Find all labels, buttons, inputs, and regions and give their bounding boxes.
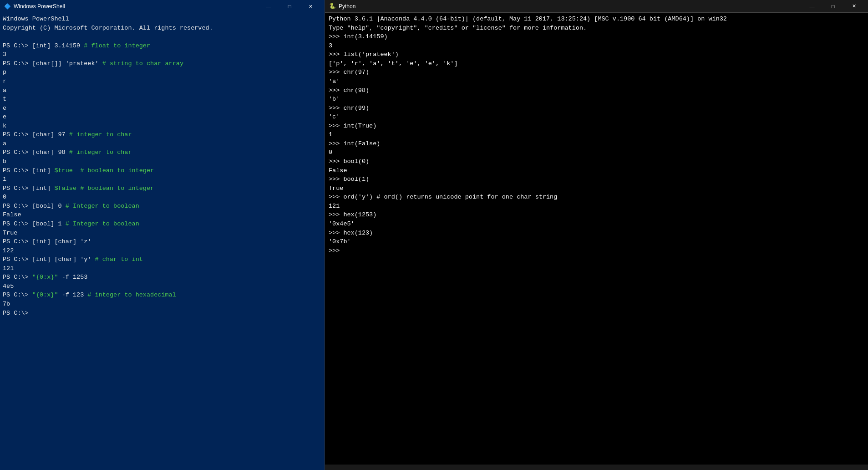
ps-cmd-9: PS C:\> [int] [char] 'z' [3, 237, 322, 246]
ps-cmd-12: PS C:\> "{0:x}" -f 123 # integer to hexa… [3, 291, 322, 300]
app-window: 🔷 Windows PowerShell — □ ✕ Windows Power… [0, 0, 868, 470]
ps-out-3: a [3, 139, 322, 148]
ps-out-9: 122 [3, 246, 322, 255]
ps-out-a: a [3, 86, 322, 95]
ps-cmd-4: PS C:\> [char] 98 # integer to char [3, 148, 322, 157]
ps-out-11: 4e5 [3, 282, 322, 291]
py-out-10: 121 [329, 202, 864, 211]
py-cmd-8: >>> bool(0) [329, 157, 864, 166]
ps-prompt-last: PS C:\> [3, 309, 322, 318]
python-panel: 🐍 Python — □ ✕ Python 3.6.1 |Anaconda 4.… [325, 0, 868, 470]
ps-out-r: r [3, 77, 322, 86]
py-cmd-2: >>> list('prateek') [329, 50, 864, 59]
ps-cmd-3: PS C:\> [char] 97 # integer to char [3, 130, 322, 139]
python-close-button[interactable]: ✕ [843, 0, 864, 13]
py-cmd-11: >>> hex(1253) [329, 210, 864, 220]
py-out-1: 3 [329, 41, 864, 51]
powershell-close-button[interactable]: ✕ [300, 0, 321, 13]
py-out-6: 1 [329, 130, 864, 139]
ps-blank-1 [3, 32, 322, 41]
py-cmd-5: >>> chr(99) [329, 104, 864, 113]
py-out-12: '0x7b' [329, 237, 864, 246]
ps-cmd-1: PS C:\> [int] 3.14159 # float to integer [3, 41, 322, 51]
powershell-title: Windows PowerShell [14, 3, 258, 10]
ps-out-12: 7b [3, 300, 322, 309]
powershell-maximize-button[interactable]: □ [279, 0, 300, 13]
python-minimize-button[interactable]: — [802, 0, 822, 13]
py-cmd-9: >>> bool(1) [329, 175, 864, 184]
ps-cmd-11: PS C:\> "{0:x}" -f 1253 [3, 273, 322, 282]
ps-header-2: Copyright (C) Microsoft Corporation. All… [3, 24, 322, 33]
py-cmd-4: >>> chr(98) [329, 86, 864, 95]
ps-out-k: k [3, 122, 322, 131]
py-cmd-12: >>> hex(123) [329, 229, 864, 238]
ps-out-7: False [3, 210, 322, 220]
python-controls: — □ ✕ [802, 0, 864, 13]
ps-out-5: 1 [3, 175, 322, 184]
powershell-scrollbar[interactable] [0, 465, 325, 470]
ps-out-p: p [3, 68, 322, 77]
ps-out-6: 0 [3, 193, 322, 202]
ps-out-1: 3 [3, 50, 322, 59]
ps-out-8: True [3, 229, 322, 238]
py-out-7: 0 [329, 148, 864, 157]
py-out-9: True [329, 184, 864, 193]
py-cmd-6: >>> int(True) [329, 122, 864, 131]
python-maximize-button[interactable]: □ [822, 0, 843, 13]
python-content[interactable]: Python 3.6.1 |Anaconda 4.4.0 (64-bit)| (… [325, 13, 868, 465]
py-prompt-last: >>> [329, 246, 864, 255]
powershell-panel: 🔷 Windows PowerShell — □ ✕ Windows Power… [0, 0, 325, 470]
py-out-8: False [329, 166, 864, 175]
py-cmd-7: >>> int(False) [329, 139, 864, 148]
ps-cmd-6: PS C:\> [int] $false # boolean to intege… [3, 184, 322, 193]
powershell-minimize-button[interactable]: — [258, 0, 279, 13]
powershell-controls: — □ ✕ [258, 0, 321, 13]
python-scrollbar[interactable] [325, 465, 868, 470]
py-out-4: 'b' [329, 95, 864, 104]
ps-cmd-8: PS C:\> [bool] 1 # Integer to boolean [3, 220, 322, 229]
ps-cmd-2: PS C:\> [char[]] 'prateek' # string to c… [3, 59, 322, 68]
python-icon: 🐍 [329, 3, 336, 10]
py-cmd-3: >>> chr(97) [329, 68, 864, 77]
ps-out-4: b [3, 157, 322, 166]
py-cmd-1: >>> int(3.14159) [329, 32, 864, 41]
ps-header-1: Windows PowerShell [3, 15, 322, 24]
ps-out-10: 121 [3, 264, 322, 273]
ps-out-e1: e [3, 104, 322, 113]
python-title-bar: 🐍 Python — □ ✕ [325, 0, 868, 13]
powershell-title-bar: 🔷 Windows PowerShell — □ ✕ [0, 0, 325, 13]
py-cmd-10: >>> ord('y') # ord() returns unicode poi… [329, 193, 864, 202]
py-out-2: ['p', 'r', 'a', 't', 'e', 'e', 'k'] [329, 59, 864, 68]
ps-out-t: t [3, 95, 322, 104]
py-header-1: Python 3.6.1 |Anaconda 4.4.0 (64-bit)| (… [329, 15, 864, 24]
py-out-5: 'c' [329, 112, 864, 122]
ps-out-e2: e [3, 112, 322, 122]
py-header-2: Type "help", "copyright", "credits" or "… [329, 24, 864, 33]
py-out-11: '0x4e5' [329, 220, 864, 229]
ps-cmd-10: PS C:\> [int] [char] 'y' # char to int [3, 255, 322, 264]
powershell-icon: 🔷 [4, 3, 11, 10]
python-title: Python [339, 3, 802, 10]
py-out-3: 'a' [329, 77, 864, 86]
ps-cmd-7: PS C:\> [bool] 0 # Integer to boolean [3, 202, 322, 211]
powershell-content[interactable]: Windows PowerShell Copyright (C) Microso… [0, 13, 325, 465]
ps-cmd-5: PS C:\> [int] $true # boolean to integer [3, 166, 322, 175]
